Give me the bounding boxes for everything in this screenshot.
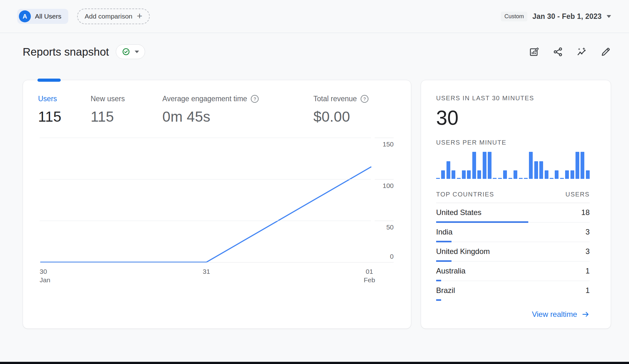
country-row[interactable]: United States18: [436, 203, 590, 223]
minute-bar: [576, 152, 579, 179]
view-realtime-label: View realtime: [532, 310, 577, 319]
plus-icon: +: [137, 11, 143, 21]
country-name: Australia: [436, 267, 465, 275]
share-button[interactable]: [553, 47, 563, 57]
audience-avatar: A: [19, 10, 31, 22]
metric[interactable]: Average engagement time?0m 45s: [162, 95, 313, 125]
minute-bar: [555, 170, 559, 179]
edit-icon: [600, 47, 611, 57]
y-axis-label: 150: [375, 141, 394, 148]
comparison-bar: A All Users Add comparison + Custom Jan …: [0, 0, 629, 33]
minute-bar: [467, 170, 471, 179]
minute-bar: [534, 161, 538, 179]
users-per-minute-chart[interactable]: [436, 151, 590, 179]
minute-bar: [493, 178, 497, 179]
minute-bar: [581, 152, 584, 179]
last30-value: 30: [436, 106, 590, 130]
minute-bar: [503, 170, 507, 179]
metric[interactable]: Users115: [38, 95, 91, 125]
gridline: [40, 262, 394, 262]
report-status-pill[interactable]: [116, 44, 145, 59]
gridline: [40, 138, 371, 138]
edit-button[interactable]: [600, 47, 611, 57]
line-chart-line: [40, 138, 373, 264]
active-tab-indicator: [37, 79, 61, 82]
metric-value: 115: [91, 108, 162, 125]
y-axis-label: 50: [375, 223, 394, 231]
minute-bar: [545, 170, 548, 179]
help-icon[interactable]: ?: [251, 95, 259, 103]
minute-bar: [457, 178, 461, 179]
country-bar: [436, 299, 441, 301]
chevron-down-icon: [607, 15, 611, 18]
country-users: 1: [586, 286, 590, 295]
minute-bar: [586, 170, 590, 179]
insights-button[interactable]: [576, 47, 587, 57]
minute-bar: [462, 170, 466, 179]
country-users: 3: [586, 247, 590, 256]
minute-bar: [477, 170, 481, 179]
title-row: Reports snapshot: [0, 33, 629, 59]
help-icon[interactable]: ?: [361, 95, 368, 103]
reports-snapshot-page: A All Users Add comparison + Custom Jan …: [0, 0, 629, 364]
minute-bar: [441, 170, 445, 179]
axis-tick: [375, 221, 394, 221]
gridline: [40, 179, 371, 179]
axis-tick: [375, 138, 394, 138]
metric[interactable]: Total revenue?$0.00: [313, 95, 368, 125]
report-actions: [529, 47, 611, 57]
metric-value: $0.00: [313, 108, 368, 125]
view-realtime-link[interactable]: View realtime: [436, 310, 590, 319]
country-name: United States: [436, 208, 481, 217]
minute-bar: [452, 170, 455, 179]
top-countries-name-header: TOP COUNTRIES: [436, 191, 494, 198]
chevron-down-icon: [135, 51, 139, 53]
page-title: Reports snapshot: [23, 46, 109, 58]
metric-value: 0m 45s: [162, 108, 313, 125]
minute-bar: [565, 170, 569, 179]
country-name: India: [436, 228, 452, 236]
metric-value: 115: [38, 108, 91, 125]
metric-label: Average engagement time?: [162, 95, 313, 103]
customize-report-button[interactable]: [529, 47, 539, 57]
country-row[interactable]: India3: [436, 223, 590, 242]
x-axis-label: 01Feb: [364, 267, 375, 284]
country-row[interactable]: Australia1: [436, 262, 590, 281]
metric[interactable]: New users115: [91, 95, 162, 125]
top-countries-header: TOP COUNTRIES USERS: [436, 191, 590, 203]
minute-bar: [498, 178, 502, 179]
customize-report-icon: [529, 47, 539, 57]
minute-bar: [570, 170, 574, 179]
country-row[interactable]: Brazil1: [436, 281, 590, 301]
metric-label: Total revenue?: [313, 95, 368, 103]
per-minute-label: USERS PER MINUTE: [436, 139, 590, 146]
top-countries-table: United States18India3United Kingdom3Aust…: [436, 203, 590, 301]
gridline: [40, 221, 371, 221]
check-circle-icon: [122, 47, 130, 56]
minute-bar: [524, 178, 528, 179]
minute-bar: [539, 161, 543, 179]
country-users: 18: [581, 208, 590, 217]
minute-bar: [483, 152, 486, 179]
x-axis-label: 31: [203, 267, 210, 276]
y-axis-label: 0: [375, 253, 394, 260]
audience-chip[interactable]: A All Users: [17, 9, 68, 24]
minute-bar: [550, 178, 553, 179]
realtime-card: USERS IN LAST 30 MINUTES 30 USERS PER MI…: [421, 80, 611, 329]
overview-card: Users115New users115Average engagement t…: [23, 80, 411, 329]
minute-bar: [436, 178, 440, 179]
last30-label: USERS IN LAST 30 MINUTES: [436, 95, 590, 102]
audience-chip-label: All Users: [35, 13, 61, 20]
users-line-chart[interactable]: 15010050030Jan3101Feb: [40, 138, 394, 285]
date-mode-badge: Custom: [501, 12, 527, 21]
minute-bar: [514, 170, 517, 179]
date-range-picker[interactable]: Custom Jan 30 - Feb 1, 2023: [501, 12, 611, 21]
minute-bar: [446, 161, 450, 179]
x-axis-label: 30Jan: [40, 267, 50, 284]
top-countries-value-header: USERS: [565, 191, 590, 198]
minute-bar: [472, 152, 476, 179]
country-row[interactable]: United Kingdom3: [436, 242, 590, 262]
metric-label: New users: [91, 95, 162, 103]
minute-bar: [529, 152, 533, 179]
add-comparison-button[interactable]: Add comparison +: [77, 8, 150, 24]
